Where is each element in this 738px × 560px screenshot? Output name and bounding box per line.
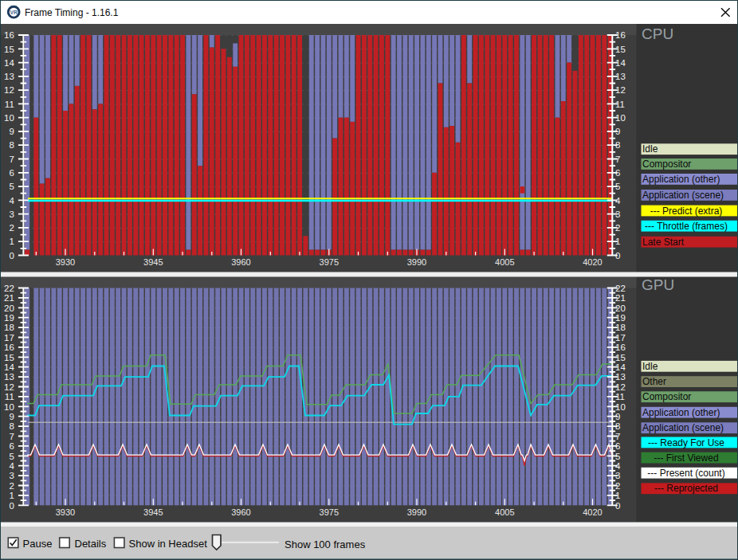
svg-text:18: 18 xyxy=(4,323,14,332)
svg-text:6: 6 xyxy=(9,168,14,178)
svg-text:1: 1 xyxy=(9,491,14,500)
svg-text:VR: VR xyxy=(10,10,18,15)
svg-text:1: 1 xyxy=(9,237,14,246)
svg-text:2: 2 xyxy=(9,223,14,233)
svg-text:Application (scene): Application (scene) xyxy=(642,422,724,433)
svg-text:10: 10 xyxy=(615,402,626,412)
svg-text:3990: 3990 xyxy=(407,257,426,267)
svg-text:7: 7 xyxy=(9,432,14,441)
svg-text:15: 15 xyxy=(615,353,626,362)
svg-text:CPU: CPU xyxy=(642,25,673,42)
svg-text:--- Predict (extra): --- Predict (extra) xyxy=(650,206,723,217)
svg-text:8: 8 xyxy=(9,140,14,150)
svg-text:13: 13 xyxy=(615,372,626,382)
svg-text:12: 12 xyxy=(4,85,14,95)
svg-text:9: 9 xyxy=(9,127,14,136)
svg-text:15: 15 xyxy=(615,45,626,54)
svg-text:11: 11 xyxy=(615,100,625,109)
svg-text:6: 6 xyxy=(615,441,620,451)
svg-text:17: 17 xyxy=(4,333,14,343)
svg-text:20: 20 xyxy=(4,303,14,313)
svg-text:21: 21 xyxy=(4,293,14,303)
svg-text:Compositor: Compositor xyxy=(642,159,691,170)
svg-text:Application (other): Application (other) xyxy=(642,174,720,185)
svg-text:Compositor: Compositor xyxy=(642,391,691,402)
svg-text:3: 3 xyxy=(615,471,620,480)
svg-text:13: 13 xyxy=(4,372,14,382)
svg-text:5: 5 xyxy=(9,452,14,461)
svg-text:3: 3 xyxy=(615,210,620,219)
svg-text:3: 3 xyxy=(9,471,14,480)
svg-text:4005: 4005 xyxy=(495,507,514,517)
svg-text:3990: 3990 xyxy=(407,507,426,517)
svg-text:Show 100 frames: Show 100 frames xyxy=(285,538,366,550)
svg-text:--- Present (count): --- Present (count) xyxy=(647,468,724,479)
svg-text:9: 9 xyxy=(615,127,620,136)
svg-text:8: 8 xyxy=(615,421,620,431)
svg-text:3945: 3945 xyxy=(143,257,163,267)
svg-text:3960: 3960 xyxy=(231,257,250,267)
svg-text:2: 2 xyxy=(615,481,620,491)
svg-text:3930: 3930 xyxy=(56,507,75,517)
svg-text:11: 11 xyxy=(5,392,14,401)
svg-text:1: 1 xyxy=(615,491,620,500)
svg-text:3945: 3945 xyxy=(143,507,163,517)
svg-text:14: 14 xyxy=(4,58,14,68)
svg-text:7: 7 xyxy=(9,155,14,164)
svg-text:9: 9 xyxy=(615,412,620,421)
svg-text:7: 7 xyxy=(615,432,620,441)
svg-text:Show in Headset: Show in Headset xyxy=(129,538,208,550)
svg-text:3: 3 xyxy=(9,210,14,219)
svg-text:2: 2 xyxy=(9,481,14,491)
svg-text:20: 20 xyxy=(615,303,626,313)
svg-text:8: 8 xyxy=(615,140,620,150)
svg-text:1: 1 xyxy=(615,237,620,246)
svg-text:19: 19 xyxy=(4,313,14,323)
svg-text:14: 14 xyxy=(4,362,14,372)
svg-text:15: 15 xyxy=(4,45,14,54)
svg-text:13: 13 xyxy=(4,72,14,81)
svg-text:--- Ready For Use: --- Ready For Use xyxy=(648,437,724,448)
svg-text:8: 8 xyxy=(9,421,14,431)
svg-text:15: 15 xyxy=(4,353,14,362)
svg-text:2: 2 xyxy=(615,223,620,233)
svg-text:0: 0 xyxy=(9,251,14,260)
svg-text:6: 6 xyxy=(615,168,620,178)
svg-text:22: 22 xyxy=(4,284,14,293)
svg-text:Idle: Idle xyxy=(642,143,658,155)
svg-text:4: 4 xyxy=(615,461,621,471)
svg-text:4: 4 xyxy=(9,461,14,471)
svg-text:Details: Details xyxy=(75,538,107,550)
svg-text:Frame Timing - 1.16.1: Frame Timing - 1.16.1 xyxy=(25,7,119,18)
svg-text:Application (scene): Application (scene) xyxy=(642,190,724,201)
svg-text:16: 16 xyxy=(615,343,626,352)
svg-text:17: 17 xyxy=(615,333,626,343)
svg-text:--- First Viewed: --- First Viewed xyxy=(654,452,718,464)
svg-text:13: 13 xyxy=(615,72,626,81)
svg-text:0: 0 xyxy=(615,251,620,260)
svg-text:4: 4 xyxy=(615,196,621,206)
svg-text:14: 14 xyxy=(615,58,626,68)
svg-text:12: 12 xyxy=(615,382,626,392)
svg-text:9: 9 xyxy=(9,412,14,421)
svg-text:Application (other): Application (other) xyxy=(642,407,720,418)
svg-text:10: 10 xyxy=(615,113,626,123)
svg-text:22: 22 xyxy=(615,284,626,293)
svg-text:Other: Other xyxy=(642,376,666,387)
svg-text:5: 5 xyxy=(615,182,620,191)
svg-text:5: 5 xyxy=(615,452,620,461)
svg-text:10: 10 xyxy=(4,402,14,412)
svg-text:11: 11 xyxy=(5,100,14,109)
svg-text:Late Start: Late Start xyxy=(642,237,685,248)
svg-text:GPU: GPU xyxy=(642,276,674,293)
svg-text:12: 12 xyxy=(4,382,14,392)
svg-text:6: 6 xyxy=(9,441,14,451)
svg-text:14: 14 xyxy=(615,362,626,372)
svg-text:4005: 4005 xyxy=(495,257,514,267)
svg-text:16: 16 xyxy=(4,30,14,40)
svg-text:18: 18 xyxy=(615,323,626,332)
svg-text:16: 16 xyxy=(4,343,14,352)
svg-text:4020: 4020 xyxy=(583,257,602,267)
svg-text:10: 10 xyxy=(4,113,14,123)
svg-text:16: 16 xyxy=(615,30,626,40)
